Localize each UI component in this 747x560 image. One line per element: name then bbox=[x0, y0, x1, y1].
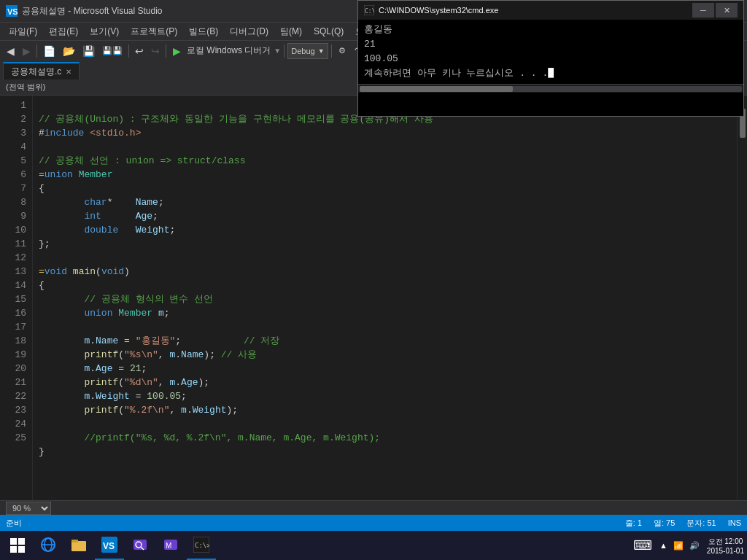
svg-text:VS: VS bbox=[7, 7, 18, 16]
save-button[interactable]: 💾 bbox=[80, 43, 98, 59]
svg-text:C:\: C:\ bbox=[365, 8, 374, 15]
attach-button[interactable]: ⚙ bbox=[335, 43, 349, 59]
dropdown-arrow-2: ▼ bbox=[318, 47, 325, 55]
menu-item-7[interactable]: SQL(Q) bbox=[308, 23, 349, 41]
svg-text:M: M bbox=[166, 542, 171, 550]
forward-button[interactable]: ▶ bbox=[19, 43, 34, 59]
status-ins: INS bbox=[728, 518, 741, 527]
cmd-line-4: 계속하려면 아무 키나 누르십시오 . . .█ bbox=[364, 66, 738, 81]
taskbar-vs-icon[interactable]: VS bbox=[95, 531, 124, 560]
cmd-titlebar: C:\ C:\WINDOWS\system32\cmd.exe ─ ✕ bbox=[358, 1, 743, 20]
wifi-icon: 📶 bbox=[673, 541, 684, 551]
cmd-window-icon: C:\ bbox=[364, 5, 374, 15]
redo-button[interactable]: ↪ bbox=[148, 43, 163, 59]
keyboard-icon[interactable]: ⌨ bbox=[633, 537, 652, 553]
separator-3 bbox=[166, 44, 166, 58]
line-num-11: 11 bbox=[6, 237, 26, 251]
taskbar: VS M C:\> ⌨ ▲ 📶 🔊 오전 12:00 bbox=[0, 531, 747, 560]
cmd-controls: ─ ✕ bbox=[692, 3, 738, 18]
play-button[interactable]: ▶ bbox=[169, 43, 184, 59]
menu-item-0[interactable]: 파일(F) bbox=[3, 23, 43, 41]
tab-close-icon[interactable]: ✕ bbox=[66, 68, 71, 76]
menu-item-1[interactable]: 편집(E) bbox=[43, 23, 84, 41]
taskbar-search-icon[interactable] bbox=[125, 531, 155, 560]
title-bar-left: VS 공용체설명 - Microsoft Visual Studio bbox=[6, 5, 163, 18]
line-num-13: 13 bbox=[6, 265, 26, 279]
cursor-blink: █ bbox=[548, 68, 554, 79]
taskbar-metro-icon[interactable]: M bbox=[156, 531, 185, 560]
svg-rect-5 bbox=[71, 541, 86, 551]
search-taskbar-icon bbox=[132, 537, 148, 553]
line-num-23: 23 bbox=[6, 403, 26, 417]
status-right: 줄: 1 열: 75 문자: 51 INS bbox=[625, 518, 741, 529]
start-button[interactable] bbox=[3, 531, 32, 560]
line-num-9: 9 bbox=[6, 209, 26, 223]
status-ready: 준비 bbox=[6, 518, 22, 529]
back-button[interactable]: ◀ bbox=[3, 43, 18, 59]
cmd-line-1: 홍길동 bbox=[364, 23, 738, 37]
taskbar-ie-icon[interactable] bbox=[34, 531, 63, 560]
code-editor[interactable]: // 공용체(Union) : 구조체와 동일한 기능을 구현하나 메모리를 공… bbox=[33, 96, 737, 500]
zoom-select[interactable]: 90 % 100 % bbox=[6, 502, 51, 515]
cmd-scroll-thumb[interactable] bbox=[360, 86, 513, 92]
line-num-4: 4 bbox=[6, 140, 26, 154]
line-num-10: 10 bbox=[6, 223, 26, 237]
save-all-button[interactable]: 💾💾 bbox=[99, 43, 125, 59]
taskbar-tray: ▲ 📶 🔊 bbox=[654, 541, 705, 551]
svg-text:C:\>: C:\> bbox=[195, 542, 209, 549]
line-num-21: 21 bbox=[6, 376, 26, 389]
new-project-button[interactable]: 📄 bbox=[40, 43, 58, 59]
ie-logo bbox=[40, 537, 56, 553]
line-num-6: 6 bbox=[6, 168, 26, 182]
folder-icon bbox=[71, 537, 87, 553]
volume-icon: 🔊 bbox=[689, 541, 700, 551]
line-num-24: 24 bbox=[6, 417, 26, 431]
cmd-taskbar-icon: C:\> bbox=[193, 537, 209, 553]
line-num-16: 16 bbox=[6, 306, 26, 320]
line-num-15: 15 bbox=[6, 292, 26, 306]
menu-item-3[interactable]: 프로젝트(P) bbox=[125, 23, 183, 41]
cmd-line-2: 21 bbox=[364, 37, 738, 52]
separator-1 bbox=[36, 44, 37, 58]
separator-5 bbox=[331, 44, 332, 58]
line-num-18: 18 bbox=[6, 334, 26, 348]
line-num-25: 25 bbox=[6, 431, 26, 445]
cmd-titlebar-left: C:\ C:\WINDOWS\system32\cmd.exe bbox=[364, 5, 498, 15]
debug-config-dropdown[interactable]: Debug ▼ bbox=[287, 43, 328, 59]
line-num-22: 22 bbox=[6, 389, 26, 403]
menu-item-2[interactable]: 보기(V) bbox=[84, 23, 125, 41]
scope-text: (전역 범위) bbox=[6, 82, 45, 93]
cmd-output: 홍길동 21 100.05 계속하려면 아무 키나 누르십시오 . . .█ bbox=[358, 20, 743, 84]
line-num-17: 17 bbox=[6, 320, 26, 334]
line-num-12: 12 bbox=[6, 251, 26, 265]
line-num-14: 14 bbox=[6, 279, 26, 292]
debug-config-label: Debug bbox=[291, 47, 314, 55]
line-num-3: 3 bbox=[6, 126, 26, 140]
zoom-control[interactable]: 90 % 100 % bbox=[6, 502, 51, 515]
menu-item-4[interactable]: 빌드(B) bbox=[183, 23, 224, 41]
line-num-2: 2 bbox=[6, 112, 26, 126]
cmd-scrollbar[interactable] bbox=[358, 84, 743, 93]
line-num-8: 8 bbox=[6, 195, 26, 209]
tab-main-file[interactable]: 공용체설명.c ✕ bbox=[3, 62, 80, 79]
taskbar-cmd-icon[interactable]: C:\> bbox=[187, 531, 216, 560]
tab-label: 공용체설명.c bbox=[11, 66, 61, 78]
svg-text:VS: VS bbox=[103, 541, 115, 551]
cmd-minimize-btn[interactable]: ─ bbox=[692, 3, 714, 18]
open-button[interactable]: 📂 bbox=[60, 43, 78, 59]
editor-body: 1 2 3 4 5 6 7 8 9 10 11 12 13 14 15 16 1… bbox=[0, 96, 747, 500]
undo-button[interactable]: ↩ bbox=[132, 43, 147, 59]
vertical-scrollbar[interactable]: ▲ bbox=[737, 96, 747, 500]
taskbar-explorer-icon[interactable] bbox=[64, 531, 93, 560]
date-display: 2015-01-01 bbox=[707, 547, 744, 555]
vs-icon: VS bbox=[6, 5, 18, 17]
cmd-scroll-track[interactable] bbox=[360, 86, 742, 92]
title-text: 공용체설명 - Microsoft Visual Studio bbox=[22, 5, 163, 18]
cmd-close-btn[interactable]: ✕ bbox=[716, 3, 738, 18]
line-num-19: 19 bbox=[6, 348, 26, 362]
separator-2 bbox=[128, 44, 129, 58]
windows-logo bbox=[10, 538, 25, 553]
clock[interactable]: 오전 12:00 2015-01-01 bbox=[707, 537, 744, 555]
menu-item-5[interactable]: 디버그(D) bbox=[224, 23, 274, 41]
menu-item-6[interactable]: 팀(M) bbox=[274, 23, 308, 41]
